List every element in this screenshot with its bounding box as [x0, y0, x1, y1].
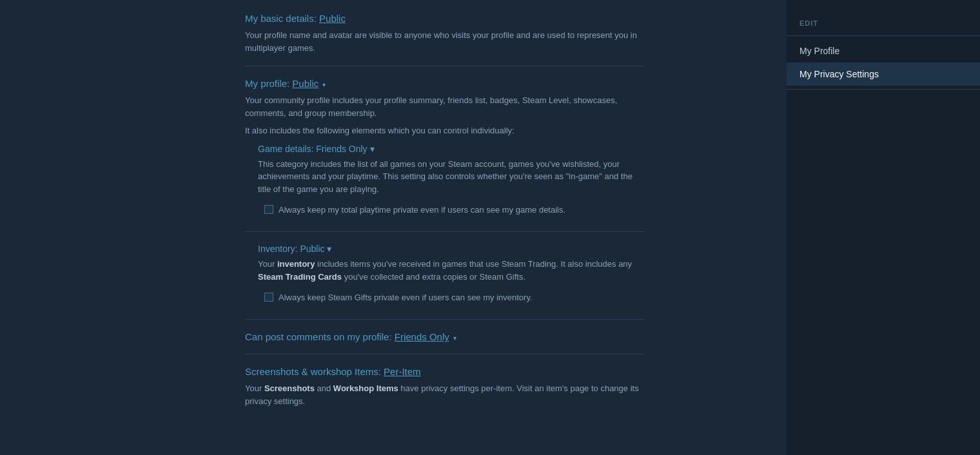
basic-details-prefix: My basic details: — [245, 13, 317, 24]
sidebar-divider-top — [787, 35, 980, 36]
checkbox-row-gifts: Always keep Steam Gifts private even if … — [264, 288, 645, 307]
sidebar-my-privacy-settings-label: My Privacy Settings — [799, 69, 879, 79]
section-basic-details: My basic details: Public Your profile na… — [245, 13, 645, 54]
game-details-dropdown-arrow: ▾ — [370, 144, 375, 154]
section-screenshots: Screenshots & workshop Items: Per-Item Y… — [245, 366, 645, 407]
game-details-title: Game details: Friends Only ▾ — [258, 144, 645, 154]
divider-3 — [245, 354, 645, 354]
sidebar-item-my-profile[interactable]: My Profile — [787, 39, 980, 63]
sidebar-my-profile-label: My Profile — [799, 46, 839, 56]
my-profile-title: My profile: Public ▾ — [245, 78, 645, 89]
playtime-private-label: Always keep my total playtime private ev… — [279, 204, 565, 216]
game-details-prefix: Game details: — [258, 144, 313, 154]
subsection-inventory: Inventory: Public ▾ Your inventory inclu… — [258, 244, 645, 307]
screenshots-bold-1: Screenshots — [264, 383, 315, 393]
screenshots-value: Per-Item — [384, 366, 421, 377]
comments-value[interactable]: Friends Only — [395, 331, 449, 342]
sidebar-edit-label: EDIT — [787, 13, 980, 32]
section-my-profile: My profile: Public ▾ Your community prof… — [245, 78, 645, 307]
screenshots-bold-2: Workshop Items — [333, 383, 398, 393]
game-details-value[interactable]: Friends Only — [316, 144, 367, 154]
divider-1 — [245, 66, 645, 66]
inventory-title: Inventory: Public ▾ — [258, 244, 645, 254]
divider-2 — [245, 319, 645, 320]
divider-game-inventory — [245, 231, 645, 232]
basic-details-description: Your profile name and avatar are visible… — [245, 29, 645, 54]
sidebar: EDIT My Profile My Privacy Settings — [787, 0, 980, 455]
sidebar-divider-bottom — [787, 89, 980, 90]
comments-dropdown-arrow: ▾ — [453, 334, 456, 342]
inventory-bold-1: inventory — [277, 259, 315, 269]
screenshots-title: Screenshots & workshop Items: Per-Item — [245, 366, 645, 377]
screenshots-description: Your Screenshots and Workshop Items have… — [245, 382, 645, 407]
screenshots-prefix: Screenshots & workshop Items: — [245, 366, 381, 377]
playtime-private-checkbox[interactable] — [264, 205, 273, 214]
subsection-game-details: Game details: Friends Only ▾ This catego… — [258, 144, 645, 220]
my-profile-dropdown-arrow: ▾ — [322, 81, 326, 88]
inventory-dropdown-arrow: ▾ — [327, 244, 331, 254]
section-comments: Can post comments on my profile: Friends… — [245, 331, 645, 342]
my-profile-value[interactable]: Public — [292, 78, 318, 89]
game-details-description: This category includes the list of all g… — [258, 158, 645, 196]
gifts-private-label: Always keep Steam Gifts private even if … — [279, 292, 533, 304]
main-content: My basic details: Public Your profile na… — [0, 0, 671, 455]
my-profile-description-2: It also includes the following elements … — [245, 124, 645, 137]
comments-prefix: Can post comments on my profile: — [245, 331, 392, 342]
my-profile-prefix: My profile: — [245, 78, 289, 89]
checkbox-row-playtime: Always keep my total playtime private ev… — [264, 200, 645, 220]
gifts-private-checkbox[interactable] — [264, 293, 273, 302]
inventory-value[interactable]: Public — [300, 244, 324, 254]
basic-details-title: My basic details: Public — [245, 13, 645, 24]
inventory-description: Your inventory includes items you've rec… — [258, 258, 645, 283]
my-profile-description-1: Your community profile includes your pro… — [245, 94, 645, 119]
sidebar-item-my-privacy-settings[interactable]: My Privacy Settings — [787, 63, 980, 86]
comments-title: Can post comments on my profile: Friends… — [245, 331, 645, 342]
inventory-prefix: Inventory: — [258, 244, 297, 254]
basic-details-value[interactable]: Public — [319, 13, 346, 24]
inventory-bold-2: Steam Trading Cards — [258, 272, 342, 282]
